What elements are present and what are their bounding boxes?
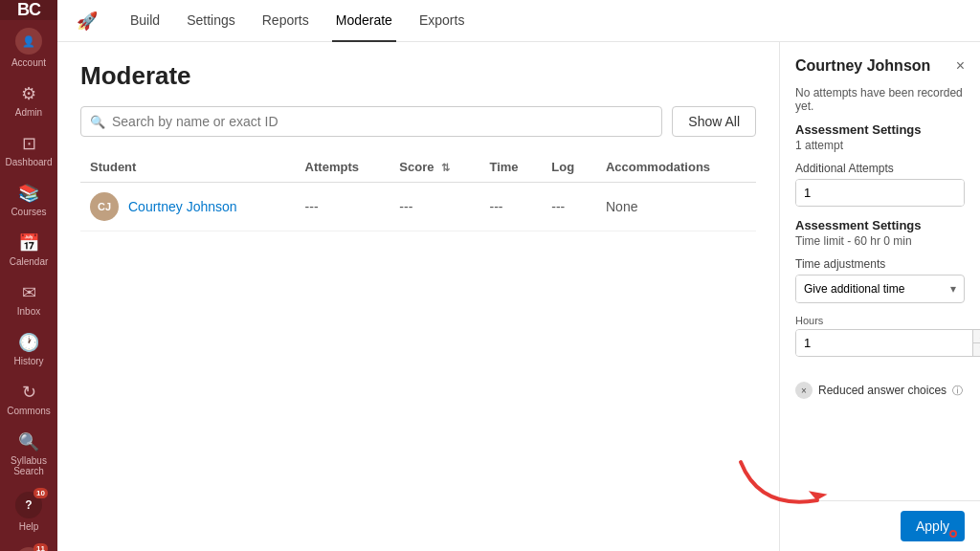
search-input-wrapper: 🔍 (80, 106, 662, 137)
sidebar-user-avatar[interactable]: BC 11 (0, 540, 57, 551)
table-row: CJ Courtney Johnson --- --- --- --- None (80, 183, 756, 231)
admin-icon: ⚙ (21, 83, 36, 104)
commons-icon: ↻ (22, 382, 36, 403)
dashboard-icon: ⊡ (22, 133, 36, 154)
user-avatar: BC 11 (15, 547, 42, 551)
additional-attempts-input[interactable] (796, 180, 965, 206)
students-table: Student Attempts Score ⇅ Time Log Accomm… (80, 152, 756, 231)
nav-item-build[interactable]: Build (126, 0, 164, 42)
right-panel: Courtney Johnson × No attempts have been… (779, 42, 980, 551)
hours-spinner: ▲ ▼ (795, 329, 980, 357)
top-nav: 🚀 Build Settings Reports Moderate Export… (57, 0, 980, 42)
time-adjustments-label: Time adjustments (795, 257, 965, 271)
assessment-settings-2-sub: Time limit - 60 hr 0 min (795, 234, 965, 248)
panel-footer: Apply (780, 500, 980, 551)
content-area: Moderate 🔍 Show All Student Attempts (57, 42, 779, 551)
hours-up-button[interactable]: ▲ (973, 330, 980, 343)
dropdown-chevron-icon: ▾ (943, 282, 964, 296)
sidebar-item-label-calendar: Calendar (10, 256, 49, 267)
sidebar-item-dashboard[interactable]: ⊡ Dashboard (0, 125, 57, 175)
nav-logo-icon: 🚀 (77, 11, 98, 32)
panel-close-button[interactable]: × (956, 58, 965, 74)
sidebar-item-inbox[interactable]: ✉ Inbox (0, 275, 57, 324)
page-body: Moderate 🔍 Show All Student Attempts (57, 42, 980, 551)
apply-button[interactable]: Apply (901, 511, 965, 541)
hours-group: Hours ▲ ▼ (795, 315, 980, 368)
score-cell: --- (390, 183, 479, 231)
calendar-icon: 📅 (18, 232, 39, 253)
nav-item-reports[interactable]: Reports (258, 0, 313, 42)
col-score: Score ⇅ (390, 152, 479, 183)
sidebar-item-label-inbox: Inbox (17, 306, 40, 317)
account-icon: 👤 (22, 35, 35, 48)
student-name-link[interactable]: Courtney Johnson (128, 199, 237, 214)
search-icon: 🔍 (90, 115, 105, 129)
student-cell: CJ Courtney Johnson (80, 183, 296, 231)
log-cell: --- (542, 183, 596, 231)
search-bar: 🔍 Show All (80, 106, 756, 137)
sidebar-item-label-help: Help (19, 521, 39, 532)
search-input[interactable] (80, 106, 662, 137)
sidebar-item-admin[interactable]: ⚙ Admin (0, 76, 57, 125)
help-badge-count: 10 (33, 488, 48, 498)
sidebar-item-label-courses: Courses (11, 207, 46, 217)
tag-row: × Reduced answer choices ⓘ (795, 382, 965, 399)
sidebar-item-commons[interactable]: ↻ Commons (0, 374, 57, 424)
assessment-settings-2-title: Assessment Settings (795, 218, 965, 232)
accommodations-cell: None (596, 183, 756, 231)
sidebar-item-account[interactable]: 👤 Account (0, 20, 57, 76)
time-adjustments-dropdown-wrapper: Give additional time Multiply time limit… (795, 275, 965, 303)
hours-label: Hours (795, 315, 980, 326)
user-badge: 11 (33, 543, 48, 551)
inbox-icon: ✉ (22, 282, 36, 303)
assessment-settings-1-sub: 1 attempt (795, 139, 965, 152)
hours-down-button[interactable]: ▼ (973, 343, 980, 356)
time-adjustments-dropdown[interactable]: Give additional time Multiply time limit (796, 276, 943, 302)
sidebar-item-calendar[interactable]: 📅 Calendar (0, 225, 57, 275)
tag-info-icon[interactable]: ⓘ (952, 384, 963, 398)
syllabus-search-icon: 🔍 (18, 431, 39, 452)
hours-input[interactable] (796, 330, 972, 356)
panel-title: Courtney Johnson (795, 57, 930, 75)
nav-item-moderate[interactable]: Moderate (332, 0, 396, 42)
page-title: Moderate (80, 61, 756, 91)
courses-icon: 📚 (18, 183, 39, 204)
score-filter-icon[interactable]: ⇅ (441, 162, 450, 174)
tag-label: Reduced answer choices (818, 384, 947, 397)
sidebar-item-help[interactable]: ? 10 Help (0, 484, 57, 540)
sidebar-item-label-syllabus-search: SyllabusSearch (11, 455, 47, 476)
show-all-button[interactable]: Show All (672, 106, 756, 137)
col-attempts: Attempts (296, 152, 390, 183)
sidebar-item-syllabus-search[interactable]: 🔍 SyllabusSearch (0, 424, 57, 484)
sidebar-item-history[interactable]: 🕐 History (0, 324, 57, 374)
sidebar-item-courses[interactable]: 📚 Courses (0, 175, 57, 225)
help-badge: ? 10 (15, 492, 42, 518)
sidebar-item-label-admin: Admin (15, 107, 42, 118)
col-accommodations: Accommodations (596, 152, 756, 183)
sidebar-item-label-dashboard: Dashboard (6, 157, 53, 167)
student-avatar: CJ (90, 192, 119, 221)
sidebar: BC 👤 Account ⚙ Admin ⊡ Dashboard 📚 Cours… (0, 0, 57, 551)
time-cell: --- (479, 183, 542, 231)
history-icon: 🕐 (18, 332, 39, 353)
hours-spinner-buttons: ▲ ▼ (972, 330, 980, 356)
panel-header: Courtney Johnson × (795, 57, 965, 75)
nav-item-exports[interactable]: Exports (415, 0, 468, 42)
nav-item-settings[interactable]: Settings (183, 0, 239, 42)
time-row: Hours ▲ ▼ Minutes ▲ (795, 315, 965, 368)
assessment-settings-1-title: Assessment Settings (795, 122, 965, 137)
remove-tag-button[interactable]: × (795, 382, 813, 399)
col-log: Log (542, 152, 596, 183)
additional-attempts-label: Additional Attempts (795, 162, 965, 175)
panel-no-attempts: No attempts have been recorded yet. (795, 86, 965, 113)
table-container: Student Attempts Score ⇅ Time Log Accomm… (80, 152, 756, 231)
additional-attempts-spinner: ▲ ▼ (795, 179, 965, 207)
account-avatar: 👤 (15, 28, 42, 55)
main-content: 🚀 Build Settings Reports Moderate Export… (57, 0, 980, 551)
sidebar-logo: BC (0, 0, 57, 20)
col-student: Student (80, 152, 296, 183)
sidebar-item-label-history: History (13, 356, 43, 366)
sidebar-item-label-commons: Commons (7, 406, 51, 416)
col-time: Time (479, 152, 542, 183)
attempts-cell: --- (296, 183, 390, 231)
